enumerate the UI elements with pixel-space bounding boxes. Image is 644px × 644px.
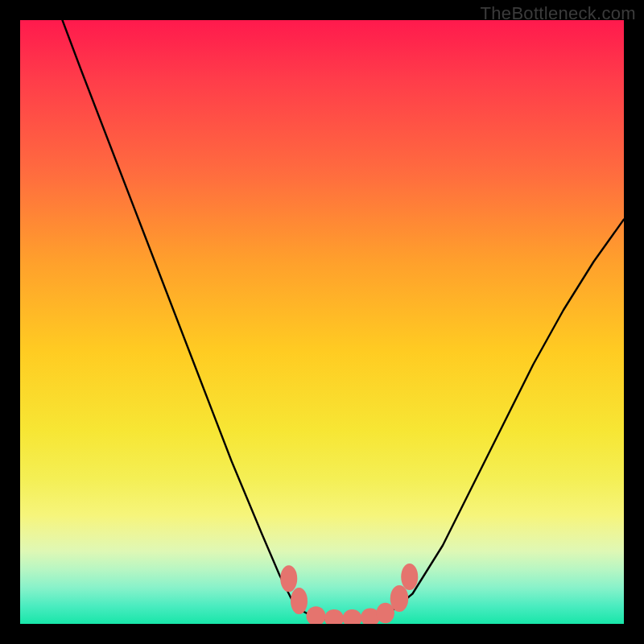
marker-point-3: [324, 609, 344, 624]
marker-point-0: [280, 565, 297, 592]
series-curve-right: [382, 220, 624, 617]
plot-area: [20, 20, 624, 624]
chart-frame: TheBottleneck.com: [0, 0, 644, 644]
marker-point-8: [401, 564, 418, 590]
marker-group: [280, 564, 418, 624]
marker-point-4: [343, 609, 362, 624]
curve-group: [63, 20, 625, 621]
marker-point-7: [390, 585, 409, 612]
marker-point-2: [307, 606, 326, 624]
series-curve-left: [63, 20, 316, 618]
watermark-text: TheBottleneck.com: [481, 3, 636, 24]
marker-point-1: [291, 588, 308, 614]
chart-svg: [20, 20, 624, 624]
